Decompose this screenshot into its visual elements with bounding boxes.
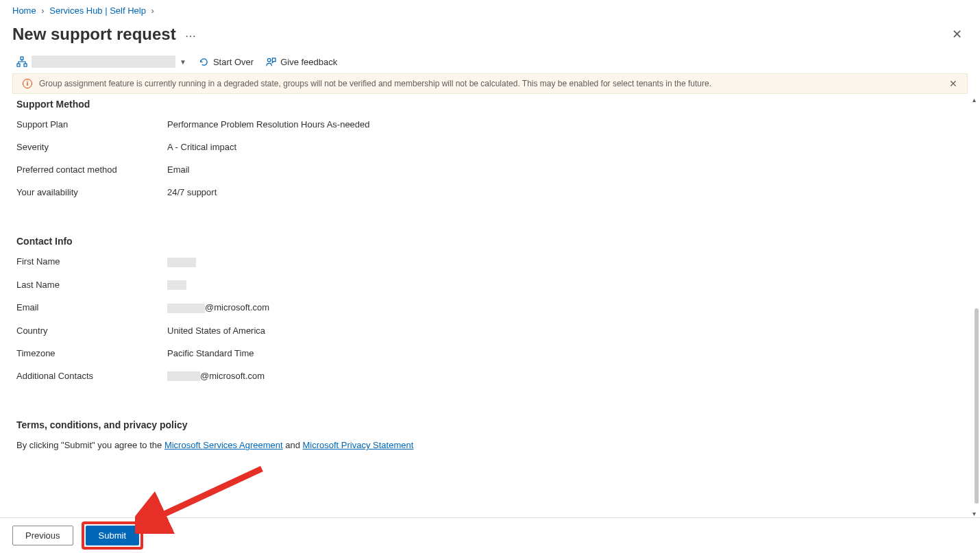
terms-heading: Terms, conditions, and privacy policy xyxy=(16,419,968,430)
content-area: Support Method Support PlanPerformance P… xyxy=(0,96,968,517)
previous-button[interactable]: Previous xyxy=(12,526,73,545)
field-label: Your availability xyxy=(16,187,167,197)
refresh-icon xyxy=(199,57,209,67)
info-warning-icon: i xyxy=(23,79,32,88)
field-label: Preferred contact method xyxy=(16,164,167,175)
warning-banner: i Group assignment feature is currently … xyxy=(12,73,968,94)
field-row: First Name xyxy=(16,256,968,267)
field-label: Email xyxy=(16,302,167,313)
redacted-value xyxy=(167,258,196,267)
scroll-up-icon[interactable]: ▴ xyxy=(972,96,976,103)
footer: Previous Submit xyxy=(0,517,980,553)
field-row: TimezonePacific Standard Time xyxy=(16,348,968,358)
svg-rect-1 xyxy=(17,64,20,66)
chevron-right-icon: › xyxy=(151,5,154,16)
terms-text: By clicking "Submit" you agree to the Mi… xyxy=(16,440,968,450)
field-value: Email xyxy=(167,164,190,175)
breadcrumb: Home › Services Hub | Self Help › xyxy=(0,0,980,21)
close-icon[interactable]: ✕ xyxy=(946,24,968,45)
field-row: Additional Contacts@microsoft.com xyxy=(16,371,968,382)
chevron-right-icon: › xyxy=(41,5,44,16)
chevron-down-icon: ▼ xyxy=(180,58,186,66)
feedback-icon xyxy=(266,57,276,67)
submit-button[interactable]: Submit xyxy=(86,526,139,545)
field-value: 24/7 support xyxy=(167,187,217,197)
field-value: Performance Problem Resolution Hours As-… xyxy=(167,119,370,130)
field-label: Additional Contacts xyxy=(16,371,167,382)
field-row: CountryUnited States of America xyxy=(16,325,968,336)
field-value xyxy=(167,256,196,267)
scroll-thumb[interactable] xyxy=(975,308,979,504)
give-feedback-label: Give feedback xyxy=(280,57,337,67)
privacy-statement-link[interactable]: Microsoft Privacy Statement xyxy=(303,440,414,450)
field-label: Country xyxy=(16,325,167,336)
breadcrumb-home[interactable]: Home xyxy=(12,5,36,16)
field-row: Email@microsoft.com xyxy=(16,302,968,313)
support-method-heading: Support Method xyxy=(16,99,968,110)
field-value: United States of America xyxy=(167,325,265,336)
field-label: Support Plan xyxy=(16,119,167,130)
scope-value-redacted xyxy=(32,56,175,68)
submit-highlight-annotation: Submit xyxy=(82,521,143,550)
dismiss-banner-icon[interactable]: ✕ xyxy=(949,78,957,89)
field-value: Pacific Standard Time xyxy=(167,348,254,358)
start-over-label: Start Over xyxy=(213,57,254,67)
scroll-down-icon[interactable]: ▾ xyxy=(972,510,976,517)
toolbar: ▼ Start Over Give feedback xyxy=(0,50,980,73)
field-row: Last Name xyxy=(16,280,968,291)
field-row: Your availability24/7 support xyxy=(16,187,968,197)
contact-info-heading: Contact Info xyxy=(16,236,968,247)
field-row: SeverityA - Critical impact xyxy=(16,142,968,152)
field-label: First Name xyxy=(16,256,167,267)
breadcrumb-serviceshub[interactable]: Services Hub | Self Help xyxy=(49,5,146,16)
redacted-value xyxy=(167,280,186,290)
svg-rect-2 xyxy=(24,64,27,66)
page-title: New support request xyxy=(12,25,176,44)
field-row: Preferred contact methodEmail xyxy=(16,164,968,175)
services-agreement-link[interactable]: Microsoft Services Agreement xyxy=(164,440,283,450)
more-actions-icon[interactable]: ⋯ xyxy=(185,30,196,42)
svg-point-3 xyxy=(268,58,271,62)
start-over-button[interactable]: Start Over xyxy=(199,57,254,67)
field-row: Support PlanPerformance Problem Resoluti… xyxy=(16,119,968,130)
field-value: @microsoft.com xyxy=(167,302,269,313)
field-value: @microsoft.com xyxy=(167,371,265,382)
scope-selector[interactable]: ▼ xyxy=(16,56,186,68)
svg-rect-0 xyxy=(21,57,23,60)
field-value: A - Critical impact xyxy=(167,142,236,152)
redacted-value xyxy=(167,304,205,313)
warning-text: Group assignment feature is currently ru… xyxy=(39,79,711,88)
hierarchy-icon xyxy=(16,56,27,67)
give-feedback-button[interactable]: Give feedback xyxy=(266,57,337,67)
redacted-value xyxy=(167,371,200,381)
field-label: Severity xyxy=(16,142,167,152)
field-label: Last Name xyxy=(16,280,167,291)
field-value xyxy=(167,280,186,291)
field-label: Timezone xyxy=(16,348,167,358)
